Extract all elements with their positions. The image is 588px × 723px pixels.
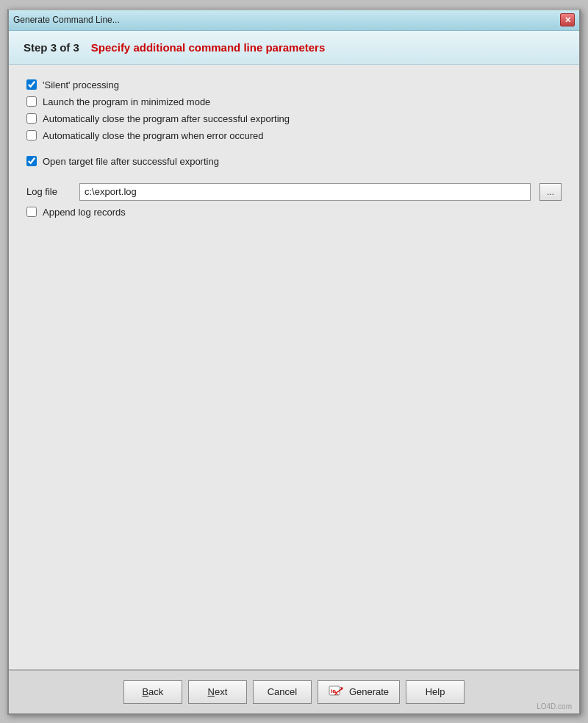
step-title: Specify additional command line paramete… (91, 41, 325, 54)
open-target-row: Open target file after successful export… (26, 156, 562, 167)
svg-text:x: x (334, 689, 338, 697)
close-button[interactable]: ✕ (560, 13, 575, 26)
append-log-row: Append log records (26, 207, 562, 218)
back-label: BBackack (142, 686, 163, 697)
watermark: LO4D.com (537, 702, 572, 710)
title-bar: Generate Command Line... ✕ (9, 10, 579, 31)
cancel-label: Cancel (268, 686, 297, 697)
next-button[interactable]: Next (188, 680, 247, 704)
silent-processing-label[interactable]: 'Silent' processing (43, 79, 119, 90)
open-target-checkbox[interactable] (26, 156, 37, 166)
silent-processing-checkbox[interactable] (26, 79, 37, 90)
append-log-label[interactable]: Append log records (43, 207, 126, 218)
generate-label: Generate (349, 686, 389, 697)
next-label: Next (208, 686, 228, 697)
header-area: Step 3 of 3 Specify additional command l… (9, 31, 579, 65)
autoclose-success-row: Automatically close the program after su… (26, 113, 562, 124)
back-button[interactable]: BBackack (123, 680, 182, 704)
autoclose-success-label[interactable]: Automatically close the program after su… (43, 113, 290, 124)
autoclose-error-label[interactable]: Automatically close the program when err… (43, 130, 264, 141)
help-label: Help (426, 686, 445, 697)
minimized-checkbox[interactable] (26, 96, 37, 107)
log-file-row: Log file ... (26, 183, 562, 201)
cancel-button[interactable]: Cancel (253, 680, 312, 704)
generate-button[interactable]: ie x Generate (318, 680, 400, 704)
window-title: Generate Command Line... (13, 15, 120, 25)
minimized-label[interactable]: Launch the program in minimized mode (43, 96, 210, 107)
main-window: Generate Command Line... ✕ Step 3 of 3 S… (7, 9, 581, 715)
help-button[interactable]: Help (406, 680, 465, 704)
autoclose-error-row: Automatically close the program when err… (26, 130, 562, 141)
log-file-label: Log file (26, 186, 71, 197)
open-target-label[interactable]: Open target file after successful export… (43, 156, 219, 167)
autoclose-success-checkbox[interactable] (26, 113, 37, 124)
content-spacer (26, 224, 562, 655)
browse-button[interactable]: ... (539, 183, 562, 201)
content-area: 'Silent' processing Launch the program i… (9, 65, 579, 669)
step-label: Step 3 of 3 (24, 41, 79, 54)
log-file-input[interactable] (79, 183, 531, 201)
footer-area: BBackack Next Cancel ie x Generate (9, 669, 579, 713)
generate-icon: ie x (329, 685, 343, 699)
silent-processing-row: 'Silent' processing (26, 79, 562, 90)
separator-1 (26, 147, 562, 156)
minimized-row: Launch the program in minimized mode (26, 96, 562, 107)
autoclose-error-checkbox[interactable] (26, 130, 37, 140)
append-log-checkbox[interactable] (26, 207, 37, 217)
